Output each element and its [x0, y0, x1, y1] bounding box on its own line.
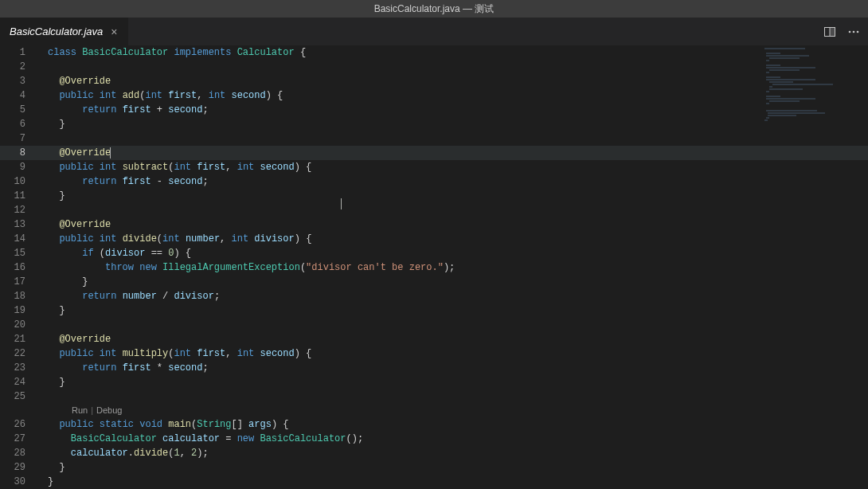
minimap[interactable]	[761, 45, 857, 489]
code-content: }	[38, 375, 65, 389]
line-number: 5	[0, 103, 38, 117]
tab-basiccalculator[interactable]: BasicCalculator.java ×	[0, 18, 129, 45]
code-line[interactable]: 28 calculator.divide(1, 2);	[0, 446, 868, 460]
code-line[interactable]: 1class BasicCalculator implements Calcul…	[0, 45, 868, 60]
code-line[interactable]: 4 public int add(int first, int second) …	[0, 88, 868, 103]
svg-point-3	[849, 30, 851, 33]
code-content: }	[38, 189, 65, 203]
code-line[interactable]: 14 public int divide(int number, int div…	[0, 232, 868, 246]
line-number: 10	[0, 174, 38, 189]
code-content: public int multiply(int first, int secon…	[38, 346, 311, 361]
line-number: 3	[0, 74, 38, 88]
code-line[interactable]: 8 @Override	[0, 146, 868, 160]
line-number: 12	[0, 203, 38, 217]
line-number: 20	[0, 318, 38, 332]
line-number: 1	[0, 45, 38, 60]
window-title: BasicCalculator.java — 测试	[0, 0, 868, 18]
code-content: BasicCalculator calculator = new BasicCa…	[38, 432, 363, 446]
code-line[interactable]: 6 }	[0, 117, 868, 131]
line-number: 9	[0, 160, 38, 174]
code-content: @Override	[38, 217, 111, 232]
line-number: 15	[0, 246, 38, 260]
line-number: 14	[0, 232, 38, 246]
line-number: 8	[0, 146, 38, 160]
line-number: 29	[0, 460, 38, 475]
code-line[interactable]: 12	[0, 203, 868, 217]
code-content: public int divide(int number, int diviso…	[38, 232, 311, 246]
code-line[interactable]: 25	[0, 389, 868, 404]
code-line[interactable]: 20	[0, 318, 868, 332]
code-line[interactable]: 11 }	[0, 189, 868, 203]
code-content: return first - second;	[38, 174, 209, 189]
line-number: 19	[0, 303, 38, 318]
editor-area[interactable]: 1class BasicCalculator implements Calcul…	[0, 45, 868, 489]
code-content: }	[38, 117, 65, 131]
code-content: return number / divisor;	[38, 289, 220, 303]
code-content: public int add(int first, int second) {	[38, 88, 283, 103]
code-line[interactable]: 9 public int subtract(int first, int sec…	[0, 160, 868, 174]
code-content: public int subtract(int first, int secon…	[38, 160, 311, 174]
code-content: return first * second;	[38, 361, 209, 375]
code-line[interactable]: 27 BasicCalculator calculator = new Basi…	[0, 432, 868, 446]
split-editor-icon[interactable]	[823, 25, 836, 38]
code-content: }	[38, 275, 88, 289]
code-content: }	[38, 460, 65, 475]
line-number: 27	[0, 432, 38, 446]
code-content: @Override	[38, 332, 111, 346]
codelens: Run|Debug	[0, 404, 868, 417]
code-content: }	[38, 303, 65, 318]
tab-actions	[823, 18, 868, 45]
code-line[interactable]: 18 return number / divisor;	[0, 289, 868, 303]
line-number: 18	[0, 289, 38, 303]
svg-point-4	[853, 30, 855, 33]
code-line[interactable]: 16 throw new IllegalArgumentException("d…	[0, 260, 868, 275]
line-number: 2	[0, 60, 38, 74]
line-number: 25	[0, 389, 38, 404]
line-number: 24	[0, 375, 38, 389]
code-content: public static void main(String[] args) {	[38, 417, 289, 432]
codelens-debug[interactable]: Debug	[96, 405, 122, 415]
tabs-container: BasicCalculator.java ×	[0, 18, 129, 45]
code-line[interactable]: 15 if (divisor == 0) {	[0, 246, 868, 260]
editor-caret	[110, 147, 111, 158]
code-content: @Override	[38, 74, 111, 88]
code-line[interactable]: 22 public int multiply(int first, int se…	[0, 346, 868, 361]
line-number: 4	[0, 88, 38, 103]
line-number: 22	[0, 346, 38, 361]
code-editor[interactable]: 1class BasicCalculator implements Calcul…	[0, 45, 868, 489]
code-line[interactable]: 13 @Override	[0, 217, 868, 232]
line-number: 30	[0, 475, 38, 489]
line-number: 17	[0, 275, 38, 289]
code-content: }	[38, 475, 53, 489]
code-line[interactable]: 29 }	[0, 460, 868, 475]
line-number: 6	[0, 117, 38, 131]
more-actions-icon[interactable]	[847, 25, 860, 38]
line-number: 21	[0, 332, 38, 346]
code-content: calculator.divide(1, 2);	[38, 446, 209, 460]
line-number: 11	[0, 189, 38, 203]
code-line[interactable]: 30}	[0, 475, 868, 489]
code-line[interactable]: 7	[0, 131, 868, 146]
code-line[interactable]: 19 }	[0, 303, 868, 318]
editor-window: BasicCalculator.java — 测试 BasicCalculato…	[0, 0, 868, 489]
code-content: return first + second;	[38, 103, 209, 117]
code-line[interactable]: 10 return first - second;	[0, 174, 868, 189]
line-number: 26	[0, 417, 38, 432]
line-number: 7	[0, 131, 38, 146]
code-line[interactable]: 26 public static void main(String[] args…	[0, 417, 868, 432]
code-content: class BasicCalculator implements Calcula…	[38, 45, 306, 60]
code-line[interactable]: 2	[0, 60, 868, 74]
code-line[interactable]: 21 @Override	[0, 332, 868, 346]
code-content: if (divisor == 0) {	[38, 246, 191, 260]
code-line[interactable]: 5 return first + second;	[0, 103, 868, 117]
code-line[interactable]: 17 }	[0, 275, 868, 289]
tab-bar: BasicCalculator.java ×	[0, 18, 868, 45]
codelens-run[interactable]: Run	[72, 405, 88, 415]
code-line[interactable]: 24 }	[0, 375, 868, 389]
line-number: 13	[0, 217, 38, 232]
close-icon[interactable]: ×	[108, 25, 120, 38]
svg-rect-2	[830, 27, 835, 36]
code-line[interactable]: 23 return first * second;	[0, 361, 868, 375]
tab-label: BasicCalculator.java	[10, 25, 103, 37]
code-line[interactable]: 3 @Override	[0, 74, 868, 88]
